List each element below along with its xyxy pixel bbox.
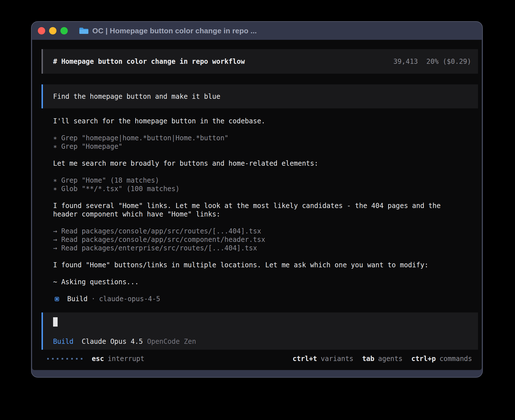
folder-icon — [79, 27, 89, 35]
transcript-block: ~ Asking questions... — [53, 278, 478, 286]
transcript-line: ~ Asking questions... — [53, 278, 478, 286]
transcript-line: I'll search for the homepage button in t… — [53, 117, 478, 125]
window-titlebar[interactable]: OC | Homepage button color change in rep… — [32, 22, 482, 40]
stats-spacer — [418, 57, 426, 66]
transcript-line: → Read packages/console/app/src/routes/[… — [53, 227, 478, 235]
esc-key: esc — [92, 355, 104, 363]
transcript-line: → Read packages/console/app/src/componen… — [53, 235, 478, 244]
spinner-dot — [71, 358, 73, 360]
prompt-input[interactable]: Build Claude Opus 4.5 OpenCode Zen — [42, 312, 478, 350]
status-bar: escinterrupt ctrl+tvariantstabagentsctrl… — [47, 355, 472, 363]
terminal-window: OC | Homepage button color change in rep… — [31, 21, 483, 378]
esc-label: interrupt — [108, 355, 144, 363]
hint-label: commands — [439, 355, 472, 363]
session-title: # Homepage button color change in repo w… — [53, 57, 245, 66]
hint-label: agents — [378, 355, 403, 363]
mode-badge[interactable]: Build — [53, 337, 73, 346]
hint-variants: ctrl+tvariants — [293, 355, 353, 363]
session-header: # Homepage button color change in repo w… — [42, 49, 478, 74]
title-group: OC | Homepage button color change in rep… — [79, 27, 257, 35]
context-usage: 20% ($0.29) — [426, 57, 471, 66]
user-message-text: Find the homepage button and make it blu… — [53, 92, 220, 101]
transcript-block: → Read packages/console/app/src/routes/[… — [53, 227, 478, 252]
status-left: escinterrupt — [47, 355, 144, 363]
agent-status-line: Build · claude-opus-4-5 — [55, 295, 482, 303]
spinner-dot — [76, 358, 78, 360]
desktop-background: OC | Homepage button color change in rep… — [0, 0, 515, 420]
key-ctrl+p: ctrl+p — [411, 355, 436, 363]
transcript-line: ∗ Glob "**/*.tsx" (100 matches) — [53, 185, 478, 193]
hint-interrupt: escinterrupt — [92, 355, 144, 363]
spinner-dot — [47, 358, 49, 360]
terminal-content: # Homepage button color change in repo w… — [32, 40, 482, 370]
transcript-block: ∗ Grep "Home" (18 matches)∗ Glob "**/*.t… — [53, 176, 478, 193]
status-right: ctrl+tvariantstabagentsctrl+pcommands — [293, 355, 472, 363]
key-tab: tab — [362, 355, 374, 363]
key-ctrl+t: ctrl+t — [293, 355, 317, 363]
agent-icon-dot — [56, 298, 58, 300]
transcript-block: I found several "Home" links. Let me loo… — [53, 202, 478, 218]
close-button[interactable] — [38, 27, 45, 34]
zoom-button[interactable] — [60, 27, 68, 34]
model-name[interactable]: Claude Opus 4.5 — [82, 337, 143, 346]
transcript-line: ∗ Grep "homepage|home.*button|Home.*butt… — [53, 134, 478, 142]
user-message: Find the homepage button and make it blu… — [42, 84, 478, 108]
minimize-button[interactable] — [49, 27, 56, 34]
window-title: OC | Homepage button color change in rep… — [92, 27, 257, 35]
transcript-line: I found several "Home" links. Let me loo… — [53, 202, 478, 210]
transcript-block: ∗ Grep "homepage|home.*button|Home.*butt… — [53, 134, 478, 151]
text-cursor — [53, 317, 58, 327]
transcript-block: I found "Home" buttons/links in multiple… — [53, 261, 478, 269]
agent-model: claude-opus-4-5 — [99, 295, 160, 303]
input-meta-row: Build Claude Opus 4.5 OpenCode Zen — [53, 337, 478, 346]
provider-name: OpenCode Zen — [147, 337, 196, 346]
spinner-dot — [81, 358, 82, 360]
hint-commands: ctrl+pcommands — [411, 355, 472, 363]
transcript-block: Let me search more broadly for buttons a… — [53, 159, 478, 168]
transcript-line: I found "Home" buttons/links in multiple… — [53, 261, 478, 269]
spinner-dot — [57, 358, 58, 360]
transcript-line: ∗ Grep "Home" (18 matches) — [53, 176, 478, 185]
traffic-lights — [32, 27, 68, 34]
separator-dot-icon: · — [91, 295, 95, 303]
transcript: I'll search for the homepage button in t… — [53, 117, 478, 286]
hint-agents: tabagents — [362, 355, 403, 363]
transcript-line: → Read packages/enterprise/src/routes/[.… — [53, 244, 478, 252]
token-count: 39,413 — [393, 57, 418, 66]
transcript-line: ∗ Grep "Homepage" — [53, 142, 478, 151]
agent-icon — [55, 297, 59, 301]
session-stats: 39,413 20% ($0.29) — [393, 57, 471, 66]
spinner-dot — [52, 358, 54, 360]
transcript-line: Let me search more broadly for buttons a… — [53, 159, 478, 168]
spinner-dot — [62, 358, 63, 360]
working-spinner — [47, 358, 82, 360]
transcript-line: header component which have "Home" links… — [53, 210, 478, 218]
spinner-dot — [66, 358, 68, 360]
transcript-block: I'll search for the homepage button in t… — [53, 117, 478, 125]
hint-label: variants — [321, 355, 353, 363]
agent-name: Build — [67, 295, 88, 303]
